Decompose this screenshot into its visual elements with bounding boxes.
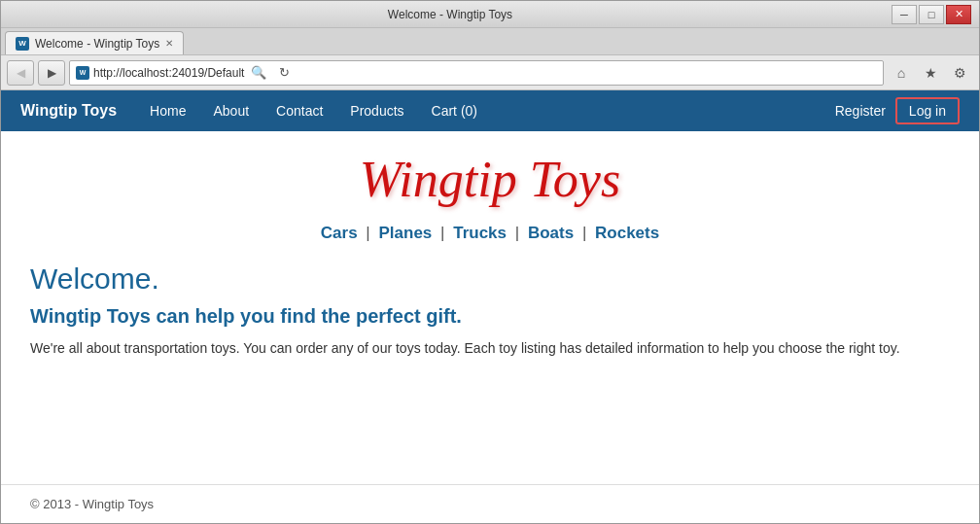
site-brand[interactable]: Wingtip Toys	[20, 102, 117, 120]
window-controls: ─ □ ✕	[892, 5, 971, 24]
nav-products[interactable]: Products	[336, 90, 417, 131]
sep-3: |	[515, 224, 519, 242]
nav-cart[interactable]: Cart (0)	[418, 90, 491, 131]
minimize-button[interactable]: ─	[892, 5, 917, 24]
category-links: Cars | Planes | Trucks | Boats | Rockets	[30, 224, 950, 243]
nav-about[interactable]: About	[199, 90, 262, 131]
cat-rockets[interactable]: Rockets	[595, 224, 659, 242]
browser-window: Welcome - Wingtip Toys ─ □ ✕ W Welcome -…	[0, 0, 980, 524]
tab-bar: W Welcome - Wingtip Toys ✕	[1, 28, 979, 55]
logo-container: Wingtip Toys	[30, 151, 950, 208]
main-content: Wingtip Toys Cars | Planes | Trucks | Bo…	[1, 131, 979, 484]
close-button[interactable]: ✕	[946, 5, 971, 24]
toolbar-icons: ⌂ ★ ⚙	[888, 60, 973, 86]
nav-right: Register Log in	[835, 97, 960, 124]
url-search-icon[interactable]: 🔍	[248, 62, 269, 84]
sep-1: |	[366, 224, 369, 242]
nav-contact[interactable]: Contact	[262, 90, 336, 131]
body-text: We're all about transportation toys. You…	[30, 337, 925, 359]
cat-boats[interactable]: Boats	[528, 224, 574, 242]
tab-close-icon[interactable]: ✕	[165, 38, 173, 49]
site-content: Wingtip Toys Home About Contact Products…	[1, 90, 979, 523]
cat-planes[interactable]: Planes	[379, 224, 433, 242]
forward-button[interactable]: ▶	[38, 60, 65, 86]
nav-home[interactable]: Home	[136, 90, 199, 131]
sep-4: |	[582, 224, 586, 242]
refresh-button[interactable]: ↻	[273, 62, 295, 84]
cat-trucks[interactable]: Trucks	[453, 224, 507, 242]
url-text: http://localhost:24019/Default	[93, 66, 244, 80]
settings-icon[interactable]: ⚙	[946, 60, 973, 86]
sep-2: |	[440, 224, 444, 242]
browser-tab[interactable]: W Welcome - Wingtip Toys ✕	[5, 31, 184, 54]
window-title: Welcome - Wingtip Toys	[9, 8, 892, 21]
title-bar: Welcome - Wingtip Toys ─ □ ✕	[1, 1, 979, 28]
url-favicon-icon: W	[76, 66, 89, 80]
back-button[interactable]: ◀	[7, 60, 34, 86]
favorites-icon[interactable]: ★	[917, 60, 944, 86]
login-button[interactable]: Log in	[895, 97, 960, 124]
welcome-heading: Welcome.	[30, 262, 950, 296]
site-nav: Wingtip Toys Home About Contact Products…	[1, 90, 979, 131]
sub-heading: Wingtip Toys can help you find the perfe…	[30, 305, 950, 328]
cat-cars[interactable]: Cars	[321, 224, 358, 242]
tab-title: Welcome - Wingtip Toys	[35, 37, 159, 51]
tab-favicon-icon: W	[16, 37, 29, 51]
footer-text: © 2013 - Wingtip Toys	[30, 497, 154, 511]
logo-text: Wingtip Toys	[360, 152, 620, 207]
site-footer: © 2013 - Wingtip Toys	[1, 484, 979, 523]
url-input-box[interactable]: W http://localhost:24019/Default 🔍 ↻	[69, 60, 884, 86]
home-icon[interactable]: ⌂	[888, 60, 915, 86]
register-link[interactable]: Register	[835, 103, 886, 119]
address-bar: ◀ ▶ W http://localhost:24019/Default 🔍 ↻…	[1, 55, 979, 90]
maximize-button[interactable]: □	[919, 5, 944, 24]
nav-links: Home About Contact Products Cart (0)	[136, 90, 835, 131]
